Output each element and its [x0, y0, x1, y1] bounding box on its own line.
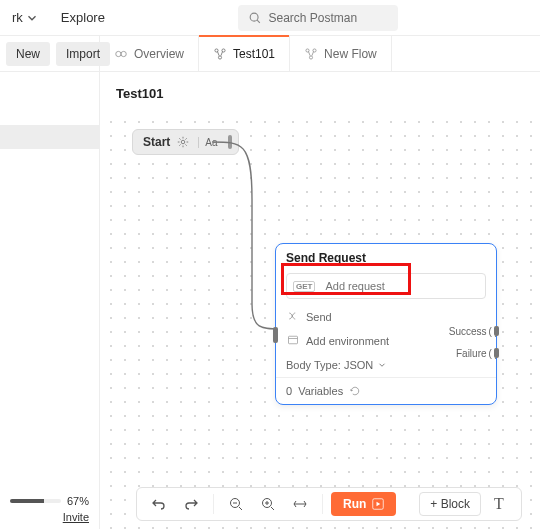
block-label: Block — [441, 497, 470, 511]
progress-pct: 67% — [67, 495, 89, 507]
zoom-in-button[interactable] — [254, 491, 282, 517]
flow-canvas[interactable]: Start Aa Send Request GET — [100, 111, 540, 529]
node-input-handle[interactable] — [273, 327, 278, 343]
node-title: Send Request — [276, 244, 496, 271]
fit-button[interactable] — [286, 491, 314, 517]
body-type-label: Body Type: JSON — [286, 359, 373, 371]
http-verb-badge: GET — [293, 281, 315, 292]
text-tool-button[interactable]: T — [485, 491, 513, 517]
environment-icon — [286, 334, 300, 348]
add-request-input[interactable]: GET — [286, 273, 486, 299]
search-placeholder: Search Postman — [268, 11, 357, 25]
tab-newflow[interactable]: New Flow — [290, 36, 392, 71]
connector-line — [212, 139, 282, 339]
font-chip[interactable]: Aa — [198, 137, 217, 148]
tab-label: Overview — [134, 47, 184, 61]
start-node[interactable]: Start Aa — [132, 129, 239, 155]
flow-icon — [213, 47, 227, 61]
undo-button[interactable] — [145, 491, 173, 517]
svg-point-5 — [218, 55, 221, 58]
play-icon — [372, 498, 384, 510]
svg-rect-10 — [289, 336, 298, 344]
progress-bar — [10, 499, 61, 503]
tab-test101[interactable]: Test101 — [199, 36, 290, 71]
gear-icon[interactable] — [176, 135, 190, 149]
success-label: Success — [449, 326, 487, 337]
send-icon — [286, 310, 300, 324]
svg-point-0 — [251, 13, 259, 21]
refresh-icon[interactable] — [349, 385, 361, 397]
success-port[interactable]: Success ( ) — [449, 326, 498, 337]
run-button[interactable]: Run — [331, 492, 396, 516]
failure-port[interactable]: Failure ( ) — [456, 348, 498, 359]
chevron-down-icon — [25, 11, 39, 25]
flow-title: Test101 — [100, 72, 540, 111]
failure-handle[interactable] — [494, 348, 499, 358]
add-env-label: Add environment — [306, 335, 389, 347]
request-name-field[interactable] — [321, 280, 485, 292]
variables-label: Variables — [298, 385, 343, 397]
svg-point-2 — [121, 51, 126, 56]
start-output-handle[interactable] — [228, 135, 232, 149]
sidebar-item[interactable] — [0, 125, 99, 149]
new-button[interactable]: New — [6, 42, 50, 66]
plus-icon: + — [430, 497, 440, 511]
overview-icon — [114, 47, 128, 61]
run-label: Run — [343, 497, 366, 511]
workspace-dropdown[interactable]: rk — [8, 8, 43, 27]
start-label: Start — [143, 135, 170, 149]
svg-point-9 — [182, 140, 186, 144]
failure-label: Failure — [456, 348, 487, 359]
send-request-node[interactable]: Send Request GET Send Add environment — [275, 243, 497, 405]
chevron-down-icon — [377, 360, 387, 370]
tab-label: New Flow — [324, 47, 377, 61]
success-handle[interactable] — [494, 326, 499, 336]
tab-label: Test101 — [233, 47, 275, 61]
flow-icon — [304, 47, 318, 61]
variables-row[interactable]: 0 Variables — [276, 377, 496, 404]
sidebar: 67% Invite — [0, 72, 100, 529]
svg-point-8 — [309, 55, 312, 58]
add-block-button[interactable]: + Block — [419, 492, 481, 516]
zoom-out-button[interactable] — [222, 491, 250, 517]
search-input[interactable]: Search Postman — [238, 5, 398, 31]
workspace-label: rk — [12, 10, 23, 25]
send-label: Send — [306, 311, 332, 323]
svg-point-1 — [116, 51, 121, 56]
redo-button[interactable] — [177, 491, 205, 517]
progress-row: 67% — [10, 495, 89, 507]
explore-link[interactable]: Explore — [61, 10, 105, 25]
invite-link[interactable]: Invite — [10, 511, 89, 523]
tab-overview[interactable]: Overview — [100, 36, 199, 71]
variables-count: 0 — [286, 385, 292, 397]
search-icon — [248, 11, 262, 25]
bottom-toolbar: Run + Block T — [136, 487, 522, 521]
